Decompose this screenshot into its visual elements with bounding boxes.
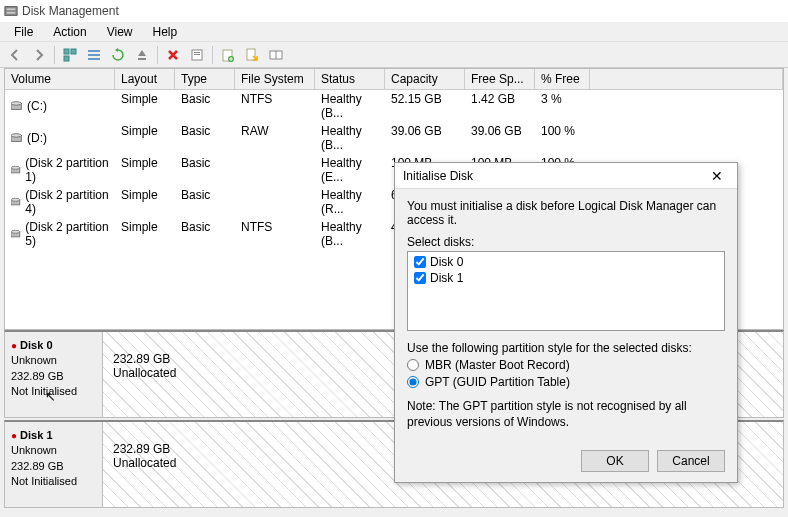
mbr-radio-row[interactable]: MBR (Master Boot Record) — [407, 358, 725, 372]
cell-status: Healthy (B... — [315, 219, 385, 249]
cell-layout: Simple — [115, 187, 175, 217]
toolbar-sep — [54, 46, 55, 64]
tree-view-icon[interactable] — [59, 44, 81, 66]
cell-type: Basic — [175, 91, 235, 121]
cell-volume: (Disk 2 partition 5) — [25, 220, 109, 248]
col-volume[interactable]: Volume — [5, 69, 115, 89]
svg-rect-0 — [5, 7, 17, 16]
initialise-disk-dialog: Initialise Disk ✕ You must initialise a … — [394, 162, 738, 483]
col-type[interactable]: Type — [175, 69, 235, 89]
disk-init: Not Initialised — [11, 474, 96, 489]
col-status[interactable]: Status — [315, 69, 385, 89]
disk-size: 232.89 GB — [11, 369, 96, 384]
page-arrow-icon[interactable] — [241, 44, 263, 66]
col-layout[interactable]: Layout — [115, 69, 175, 89]
disk-status: Unknown — [11, 353, 96, 368]
menu-help[interactable]: Help — [143, 23, 188, 41]
cell-pct: 100 % — [535, 123, 590, 153]
disk-select-list: Disk 0Disk 1 — [407, 251, 725, 331]
col-fs[interactable]: File System — [235, 69, 315, 89]
menu-view[interactable]: View — [97, 23, 143, 41]
cancel-button[interactable]: Cancel — [657, 450, 725, 472]
window-title: Disk Management — [22, 4, 119, 18]
disk-list-item[interactable]: Disk 0 — [410, 254, 722, 270]
cell-volume: (Disk 2 partition 1) — [25, 156, 109, 184]
gpt-label: GPT (GUID Partition Table) — [425, 375, 570, 389]
svg-rect-5 — [64, 56, 69, 61]
dialog-instruction: You must initialise a disk before Logica… — [407, 199, 725, 227]
delete-icon[interactable] — [162, 44, 184, 66]
disk-label-box: ● Disk 1Unknown232.89 GBNot Initialised — [5, 422, 103, 507]
svg-rect-6 — [88, 50, 100, 52]
disk-name: Disk 1 — [20, 429, 52, 441]
svg-rect-3 — [64, 49, 69, 54]
svg-rect-7 — [88, 54, 100, 56]
partition-style-label: Use the following partition style for th… — [407, 341, 725, 355]
menu-action[interactable]: Action — [43, 23, 96, 41]
cell-type: Basic — [175, 155, 235, 185]
svg-rect-1 — [7, 8, 16, 10]
svg-rect-9 — [138, 58, 146, 60]
close-icon[interactable]: ✕ — [705, 168, 729, 184]
col-spacer — [590, 69, 783, 89]
eject-icon[interactable] — [131, 44, 153, 66]
disk-status: Unknown — [11, 443, 96, 458]
svg-rect-2 — [7, 12, 16, 14]
table-row[interactable]: (D:)SimpleBasicRAWHealthy (B...39.06 GB3… — [5, 122, 783, 154]
menu-file[interactable]: File — [4, 23, 43, 41]
cell-fs: RAW — [235, 123, 315, 153]
list-view-icon[interactable] — [83, 44, 105, 66]
svg-point-25 — [11, 198, 20, 201]
cell-volume: (D:) — [27, 131, 47, 145]
dialog-body: You must initialise a disk before Logica… — [395, 189, 737, 440]
col-pct[interactable]: % Free — [535, 69, 590, 89]
disk-list-item[interactable]: Disk 1 — [410, 270, 722, 286]
disk-checkbox[interactable] — [414, 256, 426, 268]
cell-status: Healthy (B... — [315, 91, 385, 121]
dialog-titlebar[interactable]: Initialise Disk ✕ — [395, 163, 737, 189]
disk-checkbox-label: Disk 1 — [430, 271, 463, 285]
layout-icon[interactable] — [265, 44, 287, 66]
cell-volume: (C:) — [27, 99, 47, 113]
cell-type: Basic — [175, 187, 235, 217]
cell-status: Healthy (B... — [315, 123, 385, 153]
disk-mgmt-icon — [4, 4, 18, 18]
col-free[interactable]: Free Sp... — [465, 69, 535, 89]
back-button[interactable] — [4, 44, 26, 66]
add-icon[interactable] — [217, 44, 239, 66]
menubar: File Action View Help — [0, 22, 788, 42]
ok-button[interactable]: OK — [581, 450, 649, 472]
col-capacity[interactable]: Capacity — [385, 69, 465, 89]
disk-name: Disk 0 — [20, 339, 52, 351]
table-row[interactable]: (C:)SimpleBasicNTFSHealthy (B...52.15 GB… — [5, 90, 783, 122]
dialog-title: Initialise Disk — [403, 169, 473, 183]
cell-fs: NTFS — [235, 219, 315, 249]
svg-rect-8 — [88, 58, 100, 60]
cell-layout: Simple — [115, 219, 175, 249]
error-icon: ● — [11, 430, 17, 441]
gpt-radio-row[interactable]: GPT (GUID Partition Table) — [407, 375, 725, 389]
cell-layout: Simple — [115, 123, 175, 153]
cell-volume: (Disk 2 partition 4) — [25, 188, 109, 216]
volume-table-header: Volume Layout Type File System Status Ca… — [5, 69, 783, 90]
cell-capacity: 39.06 GB — [385, 123, 465, 153]
cell-status: Healthy (R... — [315, 187, 385, 217]
svg-rect-4 — [71, 49, 76, 54]
cell-type: Basic — [175, 123, 235, 153]
forward-button[interactable] — [28, 44, 50, 66]
properties-icon[interactable] — [186, 44, 208, 66]
cell-status: Healthy (E... — [315, 155, 385, 185]
mbr-radio[interactable] — [407, 359, 419, 371]
cell-fs: NTFS — [235, 91, 315, 121]
svg-point-27 — [11, 230, 20, 233]
gpt-radio[interactable] — [407, 376, 419, 388]
refresh-icon[interactable] — [107, 44, 129, 66]
cell-capacity: 52.15 GB — [385, 91, 465, 121]
cursor-icon: ↖ — [45, 388, 56, 406]
dialog-note: Note: The GPT partition style is not rec… — [407, 399, 725, 430]
cell-pct: 3 % — [535, 91, 590, 121]
dialog-buttons: OK Cancel — [395, 440, 737, 482]
disk-label-box: ● Disk 0Unknown232.89 GBNot Initialised↖ — [5, 332, 103, 417]
svg-point-19 — [11, 102, 21, 105]
disk-checkbox[interactable] — [414, 272, 426, 284]
